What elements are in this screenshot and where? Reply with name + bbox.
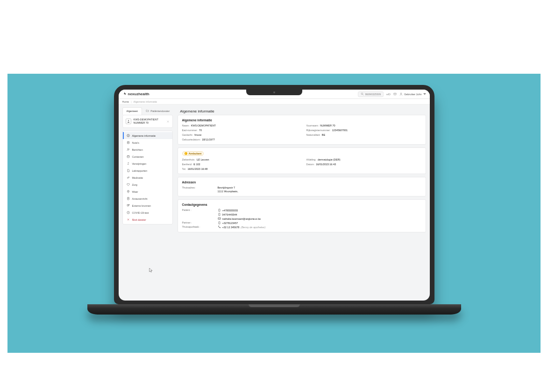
tab-bar: Algemeen Patiëntendossier Algemene infor… [119,105,430,115]
app-screen: nexuzhealth 86090325509 eID [119,90,430,301]
val-geslacht: Vrouw [194,133,201,136]
lbl-apotheek: Thuisapotheek : [182,225,215,229]
mobile-icon [218,209,221,212]
lbl-thuisadres: Thuisadres: [182,186,215,193]
mobile-icon [218,221,221,224]
val-nat: BE [322,133,325,136]
svg-point-4 [128,120,129,121]
clock-icon [127,211,130,214]
user-menu[interactable]: Gebruiker John [399,92,426,96]
sidebar-item-verwijz[interactable]: Verwijzingen [123,160,172,167]
lbl-rr: Rijksregisternummer: [306,129,331,132]
lbl-tot: Tot: [182,168,186,170]
doc-icon [127,169,130,172]
user-label: Gebruiker John [404,93,422,96]
ext-icon [127,204,130,207]
svg-point-16 [128,191,128,191]
val-tot: 16/01/2023 16:48 [187,168,207,170]
tab-general-label: Algemeen [127,110,138,112]
note-icon [127,141,130,144]
laptop-mockup: nexuzhealth 86090325509 eID [114,85,434,315]
lbl-nat: Nationaliteit: [306,133,320,136]
close-icon [127,218,130,221]
sidebar-item-zorg[interactable]: Zorg [123,181,172,188]
sidebar-item-close[interactable]: Sluit dossier [123,216,172,223]
folder-icon [146,109,149,112]
mail-icon[interactable] [393,92,397,96]
sidebar-item-medicatie[interactable]: Medicatie [123,174,172,181]
svg-point-11 [127,149,128,150]
val-patient-phone1: +4785555555 [222,209,238,212]
side-nav: Algemene informatieNota'sBerichtenContac… [122,131,173,224]
status-ambulant: ! Ambulant [182,151,204,156]
svg-point-0 [361,93,363,95]
tab-dossier-label: Patiëntendossier [150,110,170,112]
svg-point-12 [128,149,129,149]
svg-rect-25 [219,222,220,224]
tab-general[interactable]: Algemeen [122,107,142,115]
info-icon [127,134,130,137]
patient-name-line1: KWS-DEMOPATIENT [134,118,158,121]
val-voornaam: NUMMER 70 [320,124,335,127]
svg-point-7 [128,135,128,135]
chevron-down-icon [423,93,426,95]
search-icon [361,92,364,96]
breadcrumb: Home | Algemene informatie [119,99,430,105]
card-general-info: Algemene informatie Naam:KWS-DEMOPATIENT… [178,115,426,145]
val-adres-line2: 1111 Woonplaats, [218,190,238,193]
sidebar-item-label: Zorg [132,183,137,186]
mobile-icon [218,213,221,216]
card-general-title: Algemene informatie [182,119,421,122]
file-icon [127,197,130,200]
val-apotheek-phone: +32 12 345678 [222,226,240,229]
sidebar-item-label: Contacten [132,155,144,158]
brand-logon-icon [122,92,127,96]
sidebar-item-labrap[interactable]: Labrapporten [123,167,172,174]
val-patient-phone2: 0475/445544 [222,213,237,216]
people-icon [127,148,130,151]
patient-name-line2: NUMMER 70 [134,121,158,125]
sidebar-item-label: Algemene informatie [132,134,156,137]
pill-icon [127,176,130,179]
sidebar-item-info[interactable]: Algemene informatie [123,132,172,139]
svg-point-3 [400,93,401,94]
tab-dossier[interactable]: Patiëntendossier [142,107,173,115]
sidebar-item-notas[interactable]: Nota's [123,139,172,146]
warning-icon: ! [185,152,187,155]
sidebar-item-label: Verwijzingen [132,162,147,165]
sidebar-item-covid[interactable]: COVID-19-test [123,209,172,216]
val-adres-line1: Bevrijdingsstr 7 [218,186,238,189]
svg-rect-22 [219,209,220,211]
status-label: Ambulant [189,152,202,155]
lbl-partner-contact: Partner : [182,221,215,224]
breadcrumb-home[interactable]: Home [122,100,129,103]
lbl-patient-contact: Patiënt : [182,209,215,220]
sidebar-item-contacten[interactable]: Contacten [123,153,172,160]
svg-rect-13 [127,156,129,158]
eid-link[interactable]: eID [386,93,391,96]
brand-logo[interactable]: nexuzhealth [122,92,149,96]
sidebar-item-berichten[interactable]: Berichten [123,146,172,153]
sidebar-item-label: Externe bronnen [132,204,151,207]
mail-icon [218,217,221,220]
lbl-geboortedatum: Geboortedatum: [182,138,201,141]
calendar-icon [127,155,130,158]
val-partner-phone: +3278123457 [222,222,238,224]
sidebar-item-label: Labrapporten [132,169,148,172]
val-geboortedatum: 18/11/1977 [202,138,215,141]
sidebar-item-externe[interactable]: Externe bronnen [123,202,172,209]
val-eenheid: E 102 [193,163,200,166]
sidebar-item-label: Sluit dossier [132,218,146,221]
svg-rect-23 [219,213,220,216]
sidebar-item-acta[interactable]: Actaoverzicht [123,195,172,202]
search-box[interactable]: 86090325509 [358,91,384,97]
sidebar-item-waar[interactable]: Waar [123,188,172,195]
lbl-ead: Ead-nummer: [182,129,198,132]
val-datum: 16/01/2023 16:43 [316,163,336,166]
val-naam: KWS-DEMOPATIENT [191,124,216,127]
pin-icon [127,190,130,193]
lbl-ziekenhuis: Ziekenhuis: [182,158,195,161]
lbl-geslacht: Geslacht: [182,133,193,136]
close-patient-icon[interactable] [166,120,170,123]
patient-chip: KWS-DEMOPATIENT NUMMER 70 [122,115,173,128]
